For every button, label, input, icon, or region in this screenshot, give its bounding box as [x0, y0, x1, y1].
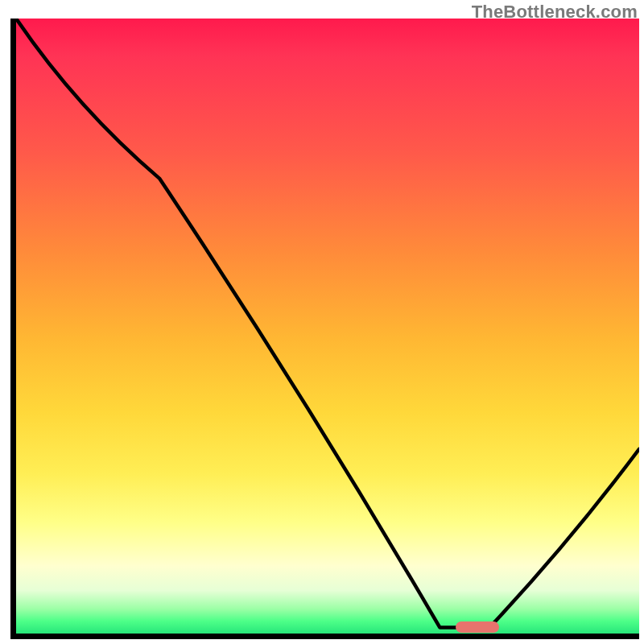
plot-area: [10, 19, 639, 639]
optimal-region-marker: [456, 621, 499, 633]
bottleneck-curve: [16, 19, 639, 634]
bottleneck-chart: TheBottleneck.com: [0, 0, 644, 644]
